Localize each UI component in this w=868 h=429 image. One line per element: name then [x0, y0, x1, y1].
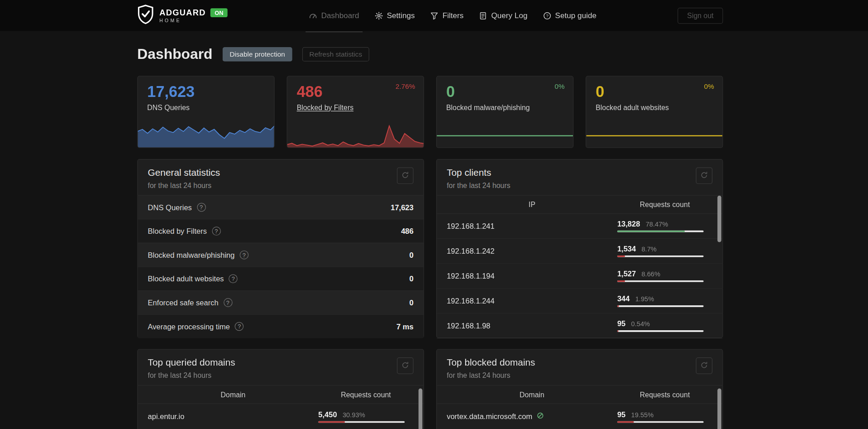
column-header-requests[interactable]: Requests count	[617, 200, 712, 208]
refresh-card-button[interactable]	[696, 167, 713, 184]
svg-text:?: ?	[546, 13, 548, 18]
help-icon[interactable]: ?	[229, 274, 238, 283]
stat-value: 486	[401, 227, 414, 235]
stat-row: Blocked malware/phishing? 0	[138, 243, 424, 267]
stat-label: Blocked by Filters	[148, 227, 207, 235]
stat-row: Blocked adult websites? 0	[138, 266, 424, 290]
refresh-card-button[interactable]	[696, 357, 713, 374]
general-statistics-rows: DNS Queries? 17,623 Blocked by Filters? …	[138, 195, 424, 338]
blocked-domain[interactable]: vortex.data.microsoft.com	[447, 412, 532, 420]
request-percent: 19.55%	[631, 411, 653, 419]
adguard-home-logo[interactable]: ADGUARD ON HOME	[137, 5, 228, 27]
stat-cards-row: 17,623 DNS Queries 2.76% 486 Blocked by …	[137, 76, 723, 148]
help-icon[interactable]: ?	[235, 322, 244, 331]
nav-item-setup-guide[interactable]: ? Setup guide	[543, 0, 596, 31]
client-row: 192.168.1.242 1,5348.7%	[437, 239, 722, 264]
client-row: 192.168.1.241 13,82878.47%	[437, 214, 722, 239]
request-count: 344	[617, 295, 630, 303]
column-header-requests[interactable]: Requests count	[318, 390, 413, 399]
column-header-ip[interactable]: IP	[447, 200, 617, 208]
client-row: 192.168.1.98 950.54%	[437, 313, 722, 338]
dashboard-icon	[309, 11, 317, 19]
blocked-by-filters-link[interactable]: Blocked by Filters	[297, 103, 353, 111]
nav-label: Setup guide	[555, 11, 596, 20]
brand-name: ADGUARD	[159, 8, 205, 17]
card-subtitle: for the last 24 hours	[447, 181, 510, 189]
help-icon[interactable]: ?	[239, 251, 248, 260]
dns-queries-label: DNS Queries	[147, 103, 190, 111]
client-ip[interactable]: 192.168.1.242	[447, 247, 495, 255]
sign-out-button[interactable]: Sign out	[678, 8, 723, 24]
progress-bar	[617, 231, 704, 232]
column-header-domain[interactable]: Domain	[148, 390, 319, 399]
help-icon[interactable]: ?	[224, 298, 233, 307]
top-navbar: ADGUARD ON HOME Dashboard	[0, 0, 868, 31]
refresh-statistics-button[interactable]: Refresh statistics	[302, 47, 369, 61]
column-header-domain[interactable]: Domain	[447, 390, 617, 399]
disable-protection-button[interactable]: Disable protection	[223, 47, 292, 61]
blocked-by-filters-sparkline	[287, 125, 424, 148]
tracker-blocked-icon	[536, 412, 544, 421]
refresh-icon	[700, 361, 708, 371]
main-nav: Dashboard Settings Filters	[309, 0, 596, 31]
stat-row: Average processing time? 7 ms	[138, 314, 424, 338]
dns-queries-sparkline	[137, 121, 274, 148]
scrollbar-thumb[interactable]	[717, 388, 721, 429]
general-statistics-card: General statistics for the last 24 hours…	[137, 159, 424, 338]
nav-item-query-log[interactable]: Query Log	[479, 0, 528, 31]
request-percent: 0.54%	[631, 320, 650, 328]
client-row: 192.168.1.244 3441.95%	[437, 289, 722, 313]
help-circle-icon: ?	[543, 11, 551, 19]
request-percent: 8.7%	[641, 246, 656, 253]
column-header-requests[interactable]: Requests count	[617, 390, 712, 399]
nav-label: Settings	[387, 11, 415, 20]
card-title: Top clients	[447, 167, 510, 178]
scrollbar-thumb[interactable]	[419, 388, 423, 429]
nav-item-dashboard[interactable]: Dashboard	[309, 0, 359, 31]
client-ip[interactable]: 192.168.1.241	[447, 222, 495, 230]
progress-bar	[617, 421, 704, 423]
request-count: 13,828	[617, 220, 640, 228]
refresh-card-button[interactable]	[397, 167, 414, 184]
card-title: Top queried domains	[148, 357, 235, 368]
domain-row: vortex.data.microsoft.com 9519.55%	[437, 404, 722, 429]
blocked-malware-value: 0	[446, 84, 563, 101]
top-queried-domains-card: Top queried domains for the last 24 hour…	[137, 349, 424, 429]
client-row: 192.168.1.194 1,5278.66%	[437, 264, 722, 289]
client-ip[interactable]: 192.168.1.98	[447, 322, 490, 330]
help-icon[interactable]: ?	[197, 203, 206, 212]
request-percent: 78.47%	[646, 221, 668, 228]
progress-bar	[617, 255, 704, 257]
stat-label: Blocked adult websites	[148, 275, 224, 283]
blocked-malware-label: Blocked malware/phishing	[446, 103, 530, 111]
dns-queries-card: 17,623 DNS Queries	[137, 76, 274, 148]
nav-label: Query Log	[491, 11, 527, 20]
request-percent: 1.95%	[635, 295, 654, 303]
stat-label: Average processing time	[148, 322, 230, 330]
table-header: Domain Requests count	[437, 385, 722, 404]
scrollbar-thumb[interactable]	[717, 196, 721, 242]
table-header: IP Requests count	[437, 195, 722, 214]
request-percent: 8.66%	[641, 270, 660, 278]
dns-queries-value: 17,623	[147, 84, 264, 101]
stat-label: Blocked malware/phishing	[148, 251, 235, 259]
nav-label: Filters	[443, 11, 464, 20]
malware-percentage: 0%	[555, 82, 565, 90]
request-count: 1,527	[617, 270, 636, 278]
refresh-card-button[interactable]	[397, 357, 414, 374]
stat-value: 0	[410, 251, 414, 259]
client-ip[interactable]: 192.168.1.244	[447, 297, 495, 305]
stat-row: Blocked by Filters? 486	[138, 219, 424, 243]
stat-value: 7 ms	[396, 322, 414, 330]
client-ip[interactable]: 192.168.1.194	[447, 272, 495, 280]
queried-domain[interactable]: api.entur.io	[148, 412, 185, 420]
progress-bar	[617, 305, 704, 307]
nav-item-settings[interactable]: Settings	[375, 0, 415, 31]
blocked-malware-card: 0% 0 Blocked malware/phishing	[436, 76, 573, 148]
help-icon[interactable]: ?	[212, 227, 221, 236]
card-subtitle: for the last 24 hours	[148, 181, 220, 189]
progress-bar	[318, 421, 405, 423]
nav-item-filters[interactable]: Filters	[430, 0, 464, 31]
top-clients-card: Top clients for the last 24 hours IP Req…	[436, 159, 723, 338]
stat-value: 0	[410, 275, 414, 283]
